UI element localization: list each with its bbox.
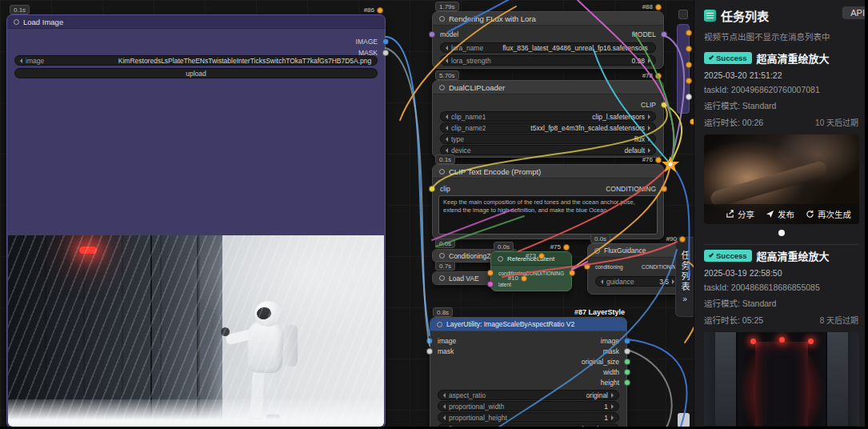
conditioning-input-socket[interactable] [487,270,494,276]
combo-next-icon[interactable] [611,393,614,398]
mask-output-socket[interactable] [382,50,389,56]
combo-prev-icon[interactable] [445,148,448,153]
node-header[interactable]: Rendering FLux with Lora [433,12,663,26]
clip-input-socket[interactable] [429,186,435,192]
image-filename-widget[interactable]: image KimRestoredsLsPlateTheENsTwistable… [14,55,378,66]
scrollbar-thumb[interactable] [678,413,690,427]
carousel-dot[interactable] [778,230,785,236]
combo-next-icon[interactable] [648,114,651,119]
conditioning-input-socket[interactable] [584,263,590,270]
collapse-icon[interactable] [498,256,503,262]
collapse-icon[interactable] [439,85,445,90]
loaded-image-preview[interactable] [8,235,384,427]
result-thumbnail[interactable]: 分享 再次生成 [704,332,859,429]
prompt-textarea[interactable]: Keep the main composition of the red ton… [438,195,658,235]
type-widget[interactable]: type flux [440,134,656,144]
result-thumbnail[interactable]: 分享 发布 再次生成 [704,134,859,224]
image-input-socket[interactable] [426,338,433,344]
height-output-socket[interactable] [624,379,630,386]
clip-name1-widget[interactable]: clip_name1 clip_l.safetensors [440,111,656,122]
node-header[interactable]: Load Image [7,15,385,29]
model-input-socket[interactable] [429,31,435,38]
collapse-icon[interactable] [14,19,19,25]
combo-next-icon[interactable] [648,137,651,142]
exec-time-badge: 0.0s [494,242,514,251]
conditioning-output-socket[interactable] [661,186,667,192]
task-list-panel: 任务列表 API 视频节点出图不显示在消息列表中 Success 超高清重绘放大… [694,0,868,429]
combo-prev-icon[interactable] [445,126,448,130]
mask-output-socket[interactable] [624,348,630,355]
share-button[interactable]: 分享 [726,208,754,220]
node-id-badge: #86 [364,6,383,14]
image-output-socket[interactable] [624,338,630,344]
node-load-image[interactable]: 0.1s #86 Load Image IMAGE MASK image Kim… [6,14,386,428]
combo-next-icon[interactable] [648,58,651,63]
exec-time-badge: 0.0s [590,234,610,243]
node-header[interactable]: CLIP Text Encode (Prompt) [433,165,663,178]
node-flux-guidance[interactable]: 0.0s #90 FluxGuidance conditioning CONDI… [587,243,688,295]
combo-prev-icon[interactable] [445,46,448,50]
regenerate-button[interactable]: 再次生成 [806,208,851,220]
guidance-widget[interactable]: guidance 3.5 [595,276,680,287]
collapse-icon[interactable] [594,248,600,254]
reroute-socket[interactable] [686,30,692,36]
input-slot-image: image [438,336,456,346]
status-dot-icon [538,253,545,259]
collapsed-mini-node[interactable] [678,10,688,19]
node-clip-text-encode[interactable]: 0.1s #76 CLIP Text Encode (Prompt) clip … [432,164,664,239]
status-dot-icon [655,73,662,79]
device-widget[interactable]: device default [440,145,656,155]
lora-name-widget[interactable]: lora_name flux_836_latest_49486_unreal_f… [440,42,656,53]
collapse-icon[interactable] [437,322,442,327]
conditioning-output-socket[interactable] [569,270,575,276]
publish-button[interactable]: 发布 [766,208,794,220]
proportional-width-widget[interactable]: proportional_width 1 [438,401,619,411]
model-output-socket[interactable] [661,31,667,38]
node-lora-loader[interactable]: 1.79s #88 Rendering FLux with Lora model… [432,11,664,69]
proportional-height-widget[interactable]: proportional_height 1 [438,412,619,423]
task-id: taskId: 2004968620760007081 [704,85,858,94]
original-size-output-socket[interactable] [624,359,630,365]
latent-input-socket[interactable] [487,281,494,287]
combo-prev-icon[interactable] [442,415,446,420]
image-output-socket[interactable] [382,38,389,45]
upload-button[interactable]: upload [14,68,378,78]
combo-prev-icon[interactable] [19,58,22,63]
reroute-socket[interactable] [686,62,692,68]
task-duration: 运行时长: 05:25 [704,314,763,326]
combo-prev-icon[interactable] [600,279,603,284]
combo-next-icon[interactable] [611,415,614,420]
combo-prev-icon[interactable] [445,114,448,119]
combo-prev-icon[interactable] [442,404,446,409]
width-output-socket[interactable] [624,369,630,375]
node-header[interactable]: DualCLIPLoader [433,81,663,94]
task-list-collapse-tab[interactable]: 任务列表 » [675,237,694,317]
reroute-socket[interactable] [686,46,692,52]
aspect-ratio-widget[interactable]: aspect_ratio original [438,390,619,400]
combo-prev-icon[interactable] [442,393,446,398]
clip-output-socket[interactable] [661,102,667,108]
collapse-icon[interactable] [439,16,445,22]
combo-next-icon[interactable] [648,148,651,153]
mask-input-socket[interactable] [426,348,433,355]
collapse-icon[interactable] [439,169,445,174]
collapse-icon[interactable] [439,253,445,259]
combo-next-icon[interactable] [648,126,651,130]
collapse-icon[interactable] [439,275,445,281]
node-reroute-strip[interactable] [677,24,690,114]
reroute-socket[interactable] [686,78,692,84]
node-header[interactable]: FluxGuidance [588,244,687,258]
combo-next-icon[interactable] [611,404,614,409]
combo-prev-icon[interactable] [445,58,448,63]
output-slot-model: MODEL [632,30,656,39]
node-id-badge: #88 [642,3,662,10]
chevron-right-icon: » [682,295,687,303]
clip-name2-widget[interactable]: clip_name2 t5xxl_fp8_e4m3fn_scaled.safet… [440,122,656,133]
combo-prev-icon[interactable] [445,137,448,142]
node-dualclip-loader[interactable]: 5.70s #78 DualCLIPLoader CLIP clip_name1… [432,80,664,158]
reroute-socket[interactable] [686,94,692,100]
exec-time-badge: 0.8s [433,307,453,317]
node-layer-image-scale[interactable]: 0.8s #87 LayerStyle LayerUtility: ImageS… [430,317,627,429]
node-header[interactable]: LayerUtility: ImageScaleByAspectRatio V2 [430,318,626,331]
lora-strength-widget[interactable]: lora_strength 0.98 [440,55,656,66]
